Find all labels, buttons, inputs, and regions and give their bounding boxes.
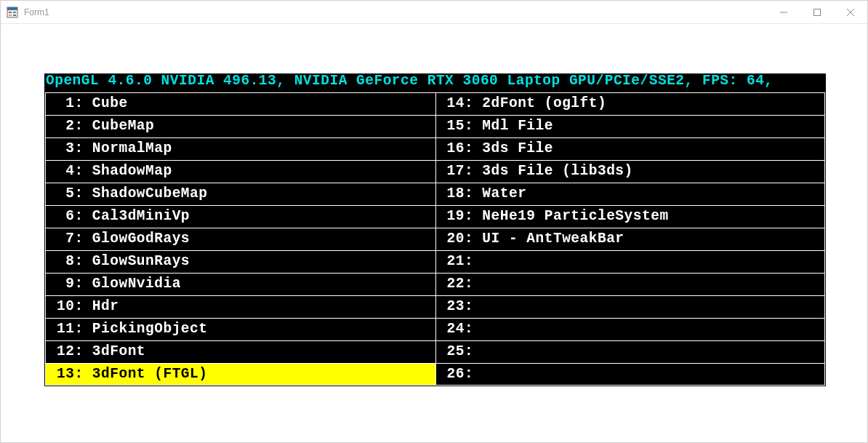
close-button[interactable] xyxy=(834,1,867,23)
menu-item-16[interactable]: 16: 3ds File xyxy=(435,137,826,160)
client-area: OpenGL 4.6.0 NVIDIA 496.13, NVIDIA GeFor… xyxy=(1,24,867,386)
maximize-button[interactable] xyxy=(800,1,834,23)
menu-item-number: 8 xyxy=(47,255,74,269)
menu-item-20[interactable]: 20: UI - AntTweakBar xyxy=(435,228,826,250)
menu-item-number: 23 xyxy=(438,300,465,314)
menu-item-label: PickingObject xyxy=(92,322,208,337)
menu-item-label: CubeMap xyxy=(92,119,154,134)
menu-column-right: 14: 2dFont (oglft)15: Mdl File16: 3ds Fi… xyxy=(435,92,826,386)
app-icon xyxy=(7,7,18,18)
menu-item-19[interactable]: 19: NeHe19 ParticleSystem xyxy=(435,205,826,228)
menu-item-14[interactable]: 14: 2dFont (oglft) xyxy=(435,92,826,115)
svg-rect-6 xyxy=(814,9,821,15)
menu-item-label: UI - AntTweakBar xyxy=(482,232,624,247)
menu-item-3[interactable]: 3: NormalMap xyxy=(45,137,435,160)
menu-item-8[interactable]: 8: GlowSunRays xyxy=(45,250,435,273)
menu-item-number: 12 xyxy=(47,345,74,359)
menu-item-label: GlowNvidia xyxy=(92,277,181,292)
menu-item-15[interactable]: 15: Mdl File xyxy=(435,115,826,137)
menu-item-21[interactable]: 21: xyxy=(435,250,826,273)
menu-column-left: 1: Cube2: CubeMap3: NormalMap4: ShadowMa… xyxy=(45,92,435,386)
menu-item-label: Cal3dMiniVp xyxy=(92,209,190,224)
menu-item-number: 3 xyxy=(47,142,74,156)
menu-item-label: 2dFont (oglft) xyxy=(482,97,606,111)
menu-item-number: 7 xyxy=(47,232,74,247)
menu-item-label: ShadowMap xyxy=(92,164,172,179)
minimize-button[interactable] xyxy=(767,1,800,23)
menu-item-label: 3dFont (FTGL) xyxy=(92,367,208,382)
menu-item-1[interactable]: 1: Cube xyxy=(45,92,435,115)
menu-item-10[interactable]: 10: Hdr xyxy=(45,295,435,318)
svg-rect-2 xyxy=(9,12,12,13)
menu-item-label: NeHe19 ParticleSystem xyxy=(482,209,668,224)
svg-rect-5 xyxy=(13,15,16,16)
menu-item-24[interactable]: 24: xyxy=(435,318,826,340)
menu-item-number: 16 xyxy=(438,142,465,156)
menu-item-12[interactable]: 12: 3dFont xyxy=(45,340,435,363)
menu-item-number: 17 xyxy=(438,164,465,179)
menu-item-number: 19 xyxy=(438,209,465,224)
menu-item-4[interactable]: 4: ShadowMap xyxy=(45,160,435,183)
menu-item-label: 3dFont xyxy=(92,345,145,359)
menu-item-number: 21 xyxy=(438,255,465,269)
titlebar: Form1 xyxy=(1,1,867,24)
menu-item-7[interactable]: 7: GlowGodRays xyxy=(45,228,435,250)
menu-item-label: GlowGodRays xyxy=(92,232,190,247)
menu-item-number: 13 xyxy=(47,367,74,382)
menu-item-number: 2 xyxy=(47,119,74,134)
menu-item-number: 6 xyxy=(47,209,74,224)
menu-item-18[interactable]: 18: Water xyxy=(435,183,826,205)
menu-item-23[interactable]: 23: xyxy=(435,295,826,318)
menu-item-label: ShadowCubeMap xyxy=(92,187,208,201)
svg-rect-1 xyxy=(7,7,17,10)
svg-rect-4 xyxy=(9,15,12,16)
menu-item-22[interactable]: 22: xyxy=(435,273,826,295)
window-title: Form1 xyxy=(24,7,767,17)
opengl-pane[interactable]: OpenGL 4.6.0 NVIDIA 496.13, NVIDIA GeFor… xyxy=(44,73,826,386)
menu-item-number: 22 xyxy=(438,277,465,292)
menu-item-number: 26 xyxy=(438,367,465,382)
menu-item-number: 11 xyxy=(47,322,74,337)
menu-item-number: 15 xyxy=(438,119,465,134)
window-controls xyxy=(767,1,867,23)
menu-item-number: 20 xyxy=(438,232,465,247)
menu-item-label: Mdl File xyxy=(482,119,553,134)
menu-item-number: 18 xyxy=(438,187,465,201)
menu-item-number: 9 xyxy=(47,277,74,292)
menu-item-label: Water xyxy=(482,187,526,201)
opengl-info-header: OpenGL 4.6.0 NVIDIA 496.13, NVIDIA GeFor… xyxy=(45,74,825,92)
menu-item-number: 4 xyxy=(47,164,74,179)
menu-item-label: Cube xyxy=(92,97,128,111)
menu-item-number: 5 xyxy=(47,187,74,201)
menu-item-number: 1 xyxy=(47,97,74,111)
menu-item-26[interactable]: 26: xyxy=(435,363,826,386)
menu-item-label: 3ds File (lib3ds) xyxy=(482,164,632,179)
menu-item-17[interactable]: 17: 3ds File (lib3ds) xyxy=(435,160,826,183)
menu-item-label: Hdr xyxy=(92,300,119,314)
menu-item-13[interactable]: 13: 3dFont (FTGL) xyxy=(45,363,435,386)
svg-rect-3 xyxy=(13,12,16,13)
menu-item-2[interactable]: 2: CubeMap xyxy=(45,115,435,137)
menu-item-6[interactable]: 6: Cal3dMiniVp xyxy=(45,205,435,228)
menu-item-5[interactable]: 5: ShadowCubeMap xyxy=(45,183,435,205)
menu-item-number: 25 xyxy=(438,345,465,359)
menu-item-label: 3ds File xyxy=(482,142,553,156)
menu-item-label: NormalMap xyxy=(92,142,172,156)
menu-item-25[interactable]: 25: xyxy=(435,340,826,363)
menu-item-11[interactable]: 11: PickingObject xyxy=(45,318,435,340)
menu-item-9[interactable]: 9: GlowNvidia xyxy=(45,273,435,295)
menu-item-number: 24 xyxy=(438,322,465,337)
menu-item-number: 10 xyxy=(47,300,74,314)
menu-item-number: 14 xyxy=(438,97,465,111)
menu-item-label: GlowSunRays xyxy=(92,255,190,269)
